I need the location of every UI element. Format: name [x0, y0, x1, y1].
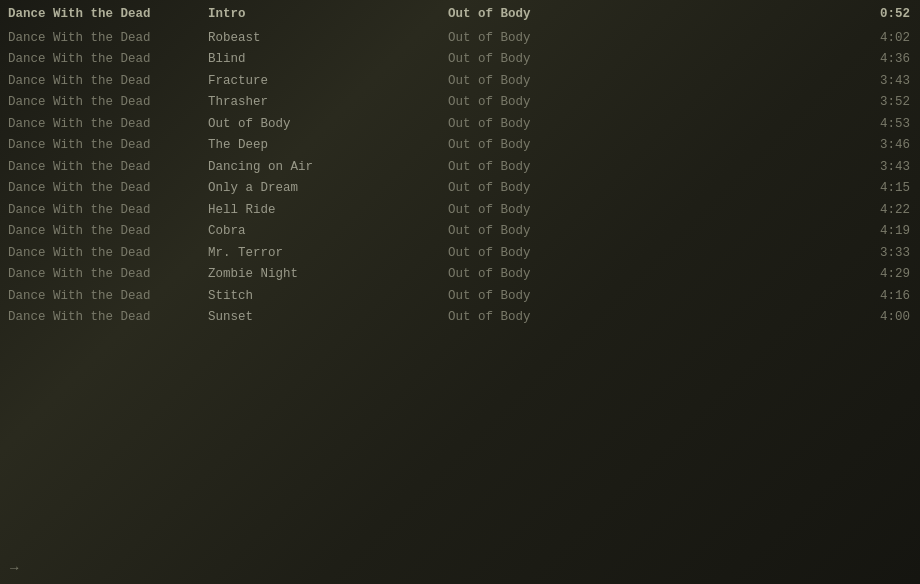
track-title: Mr. Terror	[208, 245, 448, 263]
table-row[interactable]: Dance With the DeadSunsetOut of Body4:00	[0, 307, 920, 329]
track-album: Out of Body	[448, 223, 850, 241]
track-title: Thrasher	[208, 94, 448, 112]
arrow-icon: →	[10, 560, 18, 576]
table-row[interactable]: Dance With the DeadFractureOut of Body3:…	[0, 71, 920, 93]
track-duration: 4:53	[850, 116, 910, 134]
table-row[interactable]: Dance With the DeadZombie NightOut of Bo…	[0, 264, 920, 286]
track-duration: 4:19	[850, 223, 910, 241]
track-artist: Dance With the Dead	[8, 137, 208, 155]
track-title: Fracture	[208, 73, 448, 91]
track-title: Hell Ride	[208, 202, 448, 220]
track-duration: 4:22	[850, 202, 910, 220]
track-duration: 3:43	[850, 159, 910, 177]
table-row[interactable]: Dance With the DeadMr. TerrorOut of Body…	[0, 243, 920, 265]
track-album: Out of Body	[448, 137, 850, 155]
track-title: Zombie Night	[208, 266, 448, 284]
track-album: Out of Body	[448, 180, 850, 198]
header-duration: 0:52	[850, 6, 910, 24]
track-artist: Dance With the Dead	[8, 245, 208, 263]
track-duration: 3:46	[850, 137, 910, 155]
track-title: Robeast	[208, 30, 448, 48]
track-title: Out of Body	[208, 116, 448, 134]
table-row[interactable]: Dance With the DeadThe DeepOut of Body3:…	[0, 135, 920, 157]
track-duration: 4:00	[850, 309, 910, 327]
track-title: Blind	[208, 51, 448, 69]
table-row[interactable]: Dance With the DeadCobraOut of Body4:19	[0, 221, 920, 243]
track-duration: 3:43	[850, 73, 910, 91]
table-row[interactable]: Dance With the DeadRobeastOut of Body4:0…	[0, 28, 920, 50]
track-artist: Dance With the Dead	[8, 30, 208, 48]
track-album: Out of Body	[448, 245, 850, 263]
track-duration: 4:02	[850, 30, 910, 48]
table-row[interactable]: Dance With the DeadDancing on AirOut of …	[0, 157, 920, 179]
track-duration: 4:15	[850, 180, 910, 198]
track-album: Out of Body	[448, 288, 850, 306]
track-artist: Dance With the Dead	[8, 288, 208, 306]
track-title: Sunset	[208, 309, 448, 327]
track-album: Out of Body	[448, 202, 850, 220]
table-row[interactable]: Dance With the DeadStitchOut of Body4:16	[0, 286, 920, 308]
track-album: Out of Body	[448, 116, 850, 134]
track-artist: Dance With the Dead	[8, 266, 208, 284]
track-duration: 4:36	[850, 51, 910, 69]
track-list-header: Dance With the Dead Intro Out of Body 0:…	[0, 4, 920, 26]
track-album: Out of Body	[448, 309, 850, 327]
track-album: Out of Body	[448, 266, 850, 284]
table-row[interactable]: Dance With the DeadHell RideOut of Body4…	[0, 200, 920, 222]
track-album: Out of Body	[448, 73, 850, 91]
track-title: Stitch	[208, 288, 448, 306]
header-title: Intro	[208, 6, 448, 24]
track-duration: 4:16	[850, 288, 910, 306]
track-list: Dance With the Dead Intro Out of Body 0:…	[0, 0, 920, 333]
track-artist: Dance With the Dead	[8, 159, 208, 177]
track-duration: 3:52	[850, 94, 910, 112]
track-artist: Dance With the Dead	[8, 202, 208, 220]
table-row[interactable]: Dance With the DeadThrasherOut of Body3:…	[0, 92, 920, 114]
track-artist: Dance With the Dead	[8, 309, 208, 327]
table-row[interactable]: Dance With the DeadBlindOut of Body4:36	[0, 49, 920, 71]
track-artist: Dance With the Dead	[8, 223, 208, 241]
track-artist: Dance With the Dead	[8, 94, 208, 112]
track-artist: Dance With the Dead	[8, 73, 208, 91]
track-album: Out of Body	[448, 30, 850, 48]
table-row[interactable]: Dance With the DeadOnly a DreamOut of Bo…	[0, 178, 920, 200]
table-row[interactable]: Dance With the DeadOut of BodyOut of Bod…	[0, 114, 920, 136]
track-title: Cobra	[208, 223, 448, 241]
track-album: Out of Body	[448, 159, 850, 177]
track-title: Dancing on Air	[208, 159, 448, 177]
track-album: Out of Body	[448, 51, 850, 69]
track-artist: Dance With the Dead	[8, 116, 208, 134]
track-artist: Dance With the Dead	[8, 180, 208, 198]
header-album: Out of Body	[448, 6, 850, 24]
track-title: The Deep	[208, 137, 448, 155]
track-title: Only a Dream	[208, 180, 448, 198]
track-duration: 3:33	[850, 245, 910, 263]
track-album: Out of Body	[448, 94, 850, 112]
track-artist: Dance With the Dead	[8, 51, 208, 69]
track-duration: 4:29	[850, 266, 910, 284]
header-artist: Dance With the Dead	[8, 6, 208, 24]
